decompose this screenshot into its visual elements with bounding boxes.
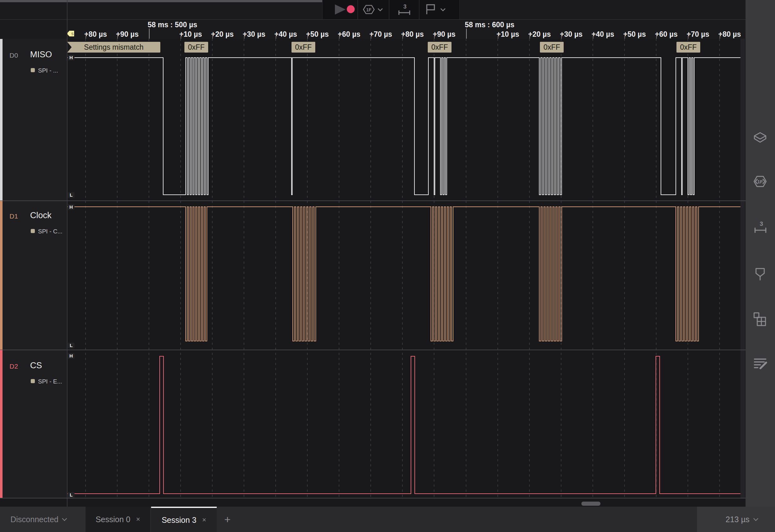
session-tab[interactable]: Session 3× [151,507,217,532]
ruler-tick-label: +80 µs [84,30,107,39]
logic-analyzer-app: 1F 3 s +80 µs+90 µs58 ms : 500 µs+10 µs+… [0,0,775,532]
ruler-tick-label: +70 µs [369,30,392,39]
close-tab-button[interactable]: × [136,515,140,523]
measurements-button[interactable]: 3 [399,3,410,15]
ruler-tick-label: +10 µs [497,30,519,39]
timeline-scale-value: 213 µs [726,515,750,524]
ruler-tick [720,34,720,39]
ruler-tick-label: +10 µs [179,30,202,39]
ruler-tick-label: +90 µs [433,30,455,39]
close-tab-button[interactable]: × [202,516,206,524]
channel-name[interactable]: Clock [30,211,52,220]
analyzers-icon[interactable] [754,133,766,142]
device-status-label: Disconnected [10,515,58,524]
ruler-tick [434,34,435,39]
waveform-plot[interactable] [67,39,746,498]
ruler-tick [530,34,530,39]
flag-icon [427,5,435,14]
measurements-icon[interactable]: 3 [755,220,766,232]
session-tab-label: Session 0 [96,515,130,524]
chevron-down-icon [441,9,445,11]
ruler-tick-label: +70 µs [687,30,709,39]
session-tab-label: Session 3 [162,516,196,525]
ruler-tick [86,34,86,39]
ruler-tick [117,34,118,39]
ruler-tick-label: +20 µs [528,30,551,39]
ruler-tick [561,34,562,39]
timeline-scale-dropdown[interactable]: 213 µs [697,507,775,532]
ruler-tick-label: +60 µs [338,30,360,39]
markers-icon[interactable] [756,269,764,280]
ruler-tick [212,34,213,39]
time-ruler: s +80 µs+90 µs58 ms : 500 µs+10 µs+20 µs… [0,20,746,39]
capture-settings-icon[interactable]: 1F [754,176,766,187]
ruler-tick [339,34,340,39]
ruler-tick-label: +80 µs [401,30,424,39]
digital-waveform-D2 [67,356,740,494]
play-icon [335,4,346,15]
ruler-tick-label: +50 µs [306,30,328,39]
markers-button[interactable] [427,5,445,14]
svg-text:3: 3 [760,220,763,227]
digital-waveform-D0 [67,58,740,195]
digital-waveform-D1 [67,207,740,341]
chevron-down-icon [753,516,758,521]
ruler-tick [498,34,499,39]
ruler-tick-label: +20 µs [211,30,233,39]
svg-text:3: 3 [404,3,407,10]
ruler-tick-label: +80 µs [718,30,741,39]
status-bar: Disconnected Session 0×Session 3× + 213 … [0,507,775,532]
sidebar: 1F 3 [746,0,775,507]
ruler-tick [656,34,657,39]
start-capture-button[interactable] [335,4,355,15]
svg-text:1F: 1F [757,179,763,184]
ruler-tick [688,34,689,39]
ruler-tick-label: +30 µs [243,30,265,39]
svg-text:1F: 1F [366,7,371,12]
notes-icon[interactable] [754,359,766,368]
ruler-tick-label: +40 µs [592,30,614,39]
extensions-icon[interactable] [754,313,765,326]
capture-settings-button[interactable]: 1F [363,5,382,14]
ruler-tick [593,34,594,39]
ruler-tick-label: +60 µs [655,30,677,39]
chevron-down-icon [62,516,67,521]
toolbar: 1F 3 [0,0,746,20]
new-session-button[interactable]: + [221,507,234,532]
ruler-tick-label: +90 µs [116,30,138,39]
ruler-tick [307,34,308,39]
ruler-tick [149,29,149,39]
channel-panel [0,39,67,498]
ruler-tick-label: +40 µs [274,30,297,39]
ruler-tick-label: +30 µs [560,30,582,39]
ruler-tick [625,34,625,39]
ruler-tick [181,34,181,39]
ruler-tick [276,34,276,39]
ruler-tick [371,34,371,39]
channel-name[interactable]: CS [30,361,42,371]
chevron-down-icon [378,9,382,11]
ruler-tick [244,34,244,39]
ruler-tick-label: +50 µs [623,30,646,39]
channel-name[interactable]: MISO [30,50,52,60]
capture-toolbar: 1F 3 [322,0,460,19]
timing-marker-tag[interactable]: s [67,31,74,36]
timeline-pan-bar[interactable] [0,0,322,2]
ruler-tick [466,29,467,39]
ruler-major-label: 58 ms : 600 µs [465,21,514,29]
ruler-tick [403,34,403,39]
device-status-dropdown[interactable]: Disconnected [0,507,86,532]
session-tab[interactable]: Session 0× [86,507,150,532]
record-icon [346,4,355,14]
horizontal-scrollbar[interactable] [581,502,600,506]
ruler-major-label: 58 ms : 500 µs [148,21,197,29]
